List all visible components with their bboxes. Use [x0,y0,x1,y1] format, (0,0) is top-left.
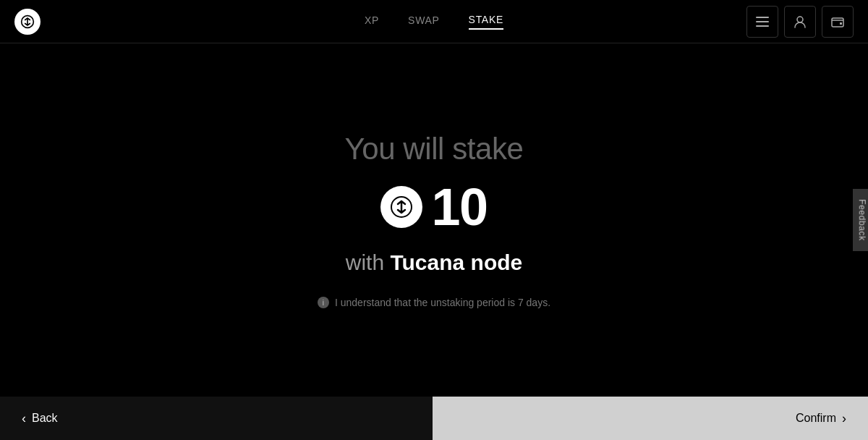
nav-right [746,6,854,38]
footer: ‹ Back Confirm › [0,397,868,440]
menu-icon [756,17,769,27]
token-logo-icon [390,195,413,219]
header: XP SWAP STAKE [0,0,868,43]
logo-circle [14,9,41,35]
stake-subtitle-prefix: with [346,250,391,274]
stake-amount-value: 10 [431,181,487,233]
stake-title: You will stake [344,132,523,166]
stake-node-name: Tucana node [390,250,522,274]
nav-swap[interactable]: SWAP [408,14,440,29]
back-label: Back [32,412,58,425]
svg-rect-3 [756,25,769,27]
stake-amount-row: 10 [380,181,487,233]
unstaking-notice: i I understand that the unstaking period… [318,297,550,308]
nav-xp[interactable]: XP [365,14,379,29]
feedback-tab[interactable]: Feedback [852,189,868,251]
svg-point-4 [797,17,803,22]
confirm-button[interactable]: Confirm › [433,397,868,440]
svg-rect-1 [756,17,769,18]
profile-icon [793,15,807,28]
chevron-right-icon: › [842,411,846,426]
wallet-button[interactable] [822,6,854,38]
menu-button[interactable] [746,6,778,38]
notice-text: I understand that the unstaking period i… [335,297,550,308]
back-button[interactable]: ‹ Back [0,397,433,440]
main-content: You will stake 10 with Tucana node i I u… [0,43,868,397]
info-icon: i [318,297,329,308]
token-icon [380,186,422,228]
main-nav: XP SWAP STAKE [365,14,503,30]
logo-icon [20,14,35,29]
svg-rect-2 [756,21,769,22]
logo[interactable] [14,9,41,35]
svg-rect-5 [832,18,843,27]
confirm-label: Confirm [796,412,836,425]
chevron-left-icon: ‹ [22,411,26,426]
stake-subtitle: with Tucana node [346,250,523,275]
svg-rect-6 [840,22,842,25]
profile-button[interactable] [784,6,816,38]
wallet-icon [831,16,844,28]
nav-stake[interactable]: STAKE [469,14,503,30]
